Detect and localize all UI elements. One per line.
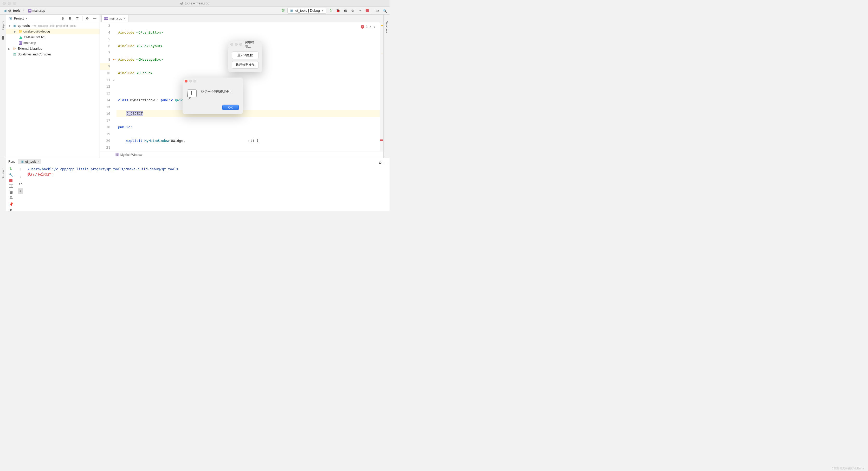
close-tab-icon[interactable]: × [124,17,126,20]
editor-breadcrumbs: S MyMainWindow [100,151,383,158]
expand-arrow-icon: ▶ [8,47,11,50]
chevron-down-icon: ▼ [321,9,324,12]
editor-tab-maincpp[interactable]: C++ main.cpp × [101,15,128,22]
folder-icon: ▣ [12,24,17,28]
run-tab[interactable]: ▣ qt_tools × [18,159,41,164]
error-stripe[interactable] [380,22,383,151]
struct-icon: S [116,153,119,156]
message-box-titlebar[interactable] [183,78,243,84]
project-panel-header: ▣ Project ▼ ⊕ ⇊ ⇈ ⚙ — [6,14,100,22]
left-stripe-bottom: Structure [0,158,6,211]
project-tree[interactable]: ▼ ▣ qt_tools ~/c_cpp/cpp_little_project/… [6,22,100,158]
project-panel: ▣ Project ▼ ⊕ ⇊ ⇈ ⚙ — ▼ ▣ qt_tools ~/c_c… [6,14,100,158]
run-button[interactable]: ↻ [328,8,334,13]
minimize-window-icon[interactable] [8,2,11,5]
run-toolbar: ↻ 🔧 ⇥ ▦ 🖶 📌 🗑 [6,158,16,211]
stop-button[interactable] [8,179,13,182]
build-button[interactable]: ⚒ [280,8,286,13]
cpp-file-icon: C++ [28,9,31,12]
minimize-icon[interactable] [189,80,192,83]
breadcrumb-separator-icon: 〉 [23,8,26,13]
run-console[interactable]: /Users/backli/c_cpp/cpp_little_project/q… [25,158,376,211]
rerun-button[interactable]: ↻ [8,167,13,171]
search-everywhere-button[interactable]: 🔍 [382,8,388,13]
tree-maincpp[interactable]: C++ main.cpp [6,40,100,46]
soft-wrap-button[interactable]: ↩ [18,181,23,186]
perform-action-button[interactable]: 执行特定操作 [232,61,258,69]
expand-arrow-icon: ▶ [14,30,17,33]
database-tool-tab[interactable]: Database [384,20,389,34]
breadcrumb-project[interactable]: ▣ qt_tools [2,8,22,13]
cpp-file-icon: C++ [104,17,108,20]
svg-text:!: ! [191,90,193,96]
info-icon: ! [187,89,198,100]
close-icon[interactable] [230,43,233,46]
tree-cmakelists[interactable]: CMakeLists.txt [6,34,100,40]
run-configuration-selector[interactable]: ▣ qt_tools | Debug ▼ [287,8,327,13]
tree-cmake-build[interactable]: ▶ 📁 cmake-build-debug [6,29,100,34]
maximize-window-icon[interactable] [13,2,16,5]
pin-button[interactable]: 📌 [8,202,13,206]
expand-arrow-icon: ▼ [8,25,11,27]
settings-icon[interactable]: ⚙ [378,160,382,166]
select-opened-file-button[interactable]: ⊕ [60,16,65,21]
message-box[interactable]: ! 这是一个消息框示例！ OK [183,78,243,114]
print-button[interactable]: 🖶 [8,196,13,200]
qt-app-titlebar[interactable]: 实用功能… [228,41,262,48]
layout-button[interactable]: ▦ [8,190,13,194]
qt-app-window[interactable]: 实用功能… 显示消息框 执行特定操作 [228,41,262,72]
bookmarks-icon[interactable]: ▉ [2,36,4,39]
settings-icon[interactable]: ⚙ [85,16,90,21]
cmake-icon [19,35,23,39]
scroll-to-end-button[interactable]: ⤓ [18,188,23,194]
chevron-down-icon[interactable]: ▼ [25,17,28,20]
fold-gutter: ●↑ ⊟ [113,22,117,151]
profile-button[interactable]: ⊙ [350,8,355,13]
tree-scratches[interactable]: ▤ Scratches and Consoles [6,52,100,57]
coverage-button[interactable]: ◐ [342,8,348,13]
stop-button[interactable] [364,8,370,13]
close-tab-icon[interactable]: × [37,160,39,164]
tree-external-libs[interactable]: ▶ ⊪ External Libraries [6,46,100,52]
wrench-icon[interactable]: 🔧 [8,173,13,177]
run-toolbar-2: ↑ ↓ ↩ ⤓ [16,158,25,211]
close-window-icon[interactable] [3,2,6,5]
project-view-icon: ▣ [8,17,12,21]
right-tool-stripe: Database [383,14,390,158]
collapse-all-button[interactable]: ⇈ [74,16,80,21]
target-icon: ▣ [20,159,24,164]
expand-all-button[interactable]: ⇊ [67,16,73,21]
left-tool-stripe: Project ▉ [0,14,6,158]
message-text: 这是一个消息框示例！ [201,89,232,94]
down-icon[interactable]: ↓ [18,174,23,179]
tree-root[interactable]: ▼ ▣ qt_tools ~/c_cpp/cpp_little_project/… [6,23,100,29]
titlebar: qt_tools – main.cpp [0,0,390,7]
cpp-file-icon: C++ [19,41,22,45]
navigation-bar: ▣ qt_tools 〉 C++ main.cpp ⚒ ▣ qt_tools |… [0,7,390,14]
trash-button[interactable]: 🗑 [8,208,13,211]
ok-button[interactable]: OK [222,105,239,110]
layout-settings-button[interactable]: ▭ [374,8,380,13]
exit-button[interactable]: ⇥ [9,184,13,187]
target-icon: ▣ [290,8,294,13]
breadcrumb-file[interactable]: C++ main.cpp [27,8,46,13]
hide-panel-button[interactable]: — [92,16,97,21]
maximize-icon[interactable] [193,80,196,83]
libraries-icon: ⊪ [12,47,17,51]
minimize-icon[interactable] [235,43,238,46]
run-tool-window: Run: ▣ qt_tools × Structure ↻ 🔧 ⇥ ▦ 🖶 📌 … [0,158,390,211]
close-icon[interactable] [185,80,187,83]
editor-tabs: C++ main.cpp × [100,14,383,22]
structure-tool-tab[interactable]: Structure [1,167,5,180]
project-tool-tab[interactable]: Project [1,20,5,31]
run-panel-header: Run: ▣ qt_tools × [6,158,43,165]
folder-icon: 📁 [18,29,22,34]
breadcrumb: ▣ qt_tools 〉 C++ main.cpp [2,8,46,13]
maximize-icon[interactable] [239,43,242,46]
hide-panel-button[interactable]: — [384,160,388,166]
show-message-button[interactable]: 显示消息框 [232,52,258,59]
debug-button[interactable]: 🐞 [335,8,341,13]
attach-button[interactable]: ⇥ [357,8,363,13]
up-icon[interactable]: ↑ [18,167,23,172]
window-controls [0,2,16,5]
